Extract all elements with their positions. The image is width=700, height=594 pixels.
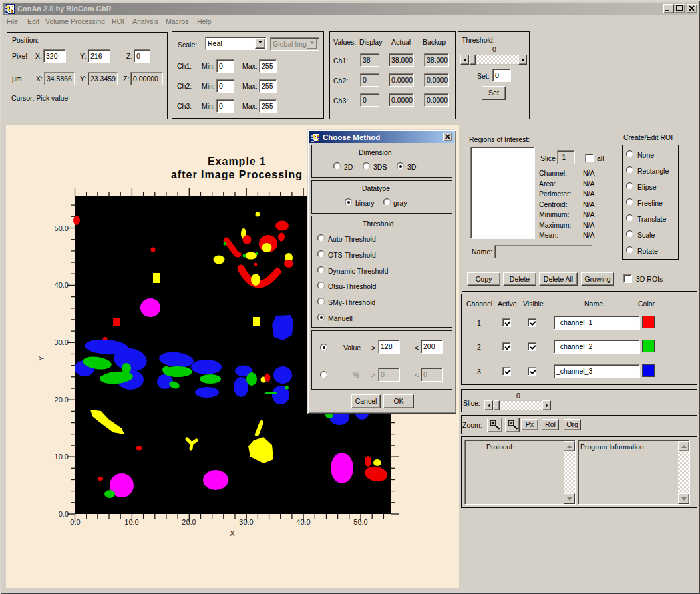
svg-text:10.0: 10.0 (55, 453, 69, 461)
svg-text:20.0: 20.0 (182, 518, 196, 526)
svg-text:10.0: 10.0 (124, 518, 138, 526)
svg-text:40.0: 40.0 (296, 518, 310, 526)
svg-text:30.0: 30.0 (55, 338, 69, 346)
svg-text:X: X (230, 529, 235, 537)
svg-text:40.0: 40.0 (55, 281, 69, 289)
svg-text:20.0: 20.0 (55, 396, 69, 404)
svg-text:50.0: 50.0 (55, 224, 69, 232)
svg-text:after Image Processing: after Image Processing (171, 169, 303, 180)
svg-text:0.0: 0.0 (59, 510, 69, 518)
svg-text:30.0: 30.0 (239, 518, 253, 526)
svg-text:0.0: 0.0 (70, 518, 80, 526)
svg-text:Example 1: Example 1 (208, 156, 266, 167)
svg-text:50.0: 50.0 (353, 518, 367, 526)
svg-text:Y: Y (37, 356, 45, 361)
